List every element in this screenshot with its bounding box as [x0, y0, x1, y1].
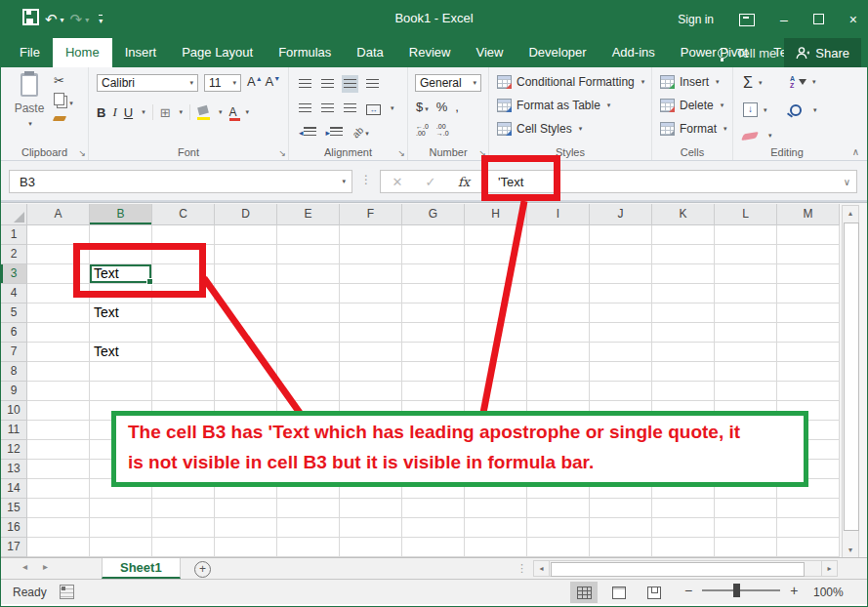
cell-J5[interactable] [590, 304, 652, 323]
font-color-icon[interactable]: A [229, 107, 237, 118]
cell-M2[interactable] [777, 245, 840, 264]
row-header-13[interactable]: 13 [1, 460, 27, 479]
cell-K4[interactable] [652, 284, 715, 304]
cell-F6[interactable] [340, 323, 402, 343]
cell-D3[interactable] [215, 264, 277, 284]
row-header-5[interactable]: 5 [1, 304, 27, 323]
cell-E15[interactable] [277, 499, 340, 518]
horizontal-scroll-thumb[interactable] [551, 562, 805, 577]
enter-icon[interactable]: ✓ [414, 175, 447, 189]
new-sheet-icon[interactable]: + [194, 561, 211, 578]
cell-A8[interactable] [27, 362, 90, 382]
cell-G15[interactable] [402, 499, 465, 518]
cell-I17[interactable] [527, 538, 590, 557]
percent-style-button[interactable]: % [436, 100, 448, 114]
vertical-scroll-thumb[interactable] [844, 223, 859, 531]
cell-B6[interactable] [90, 323, 152, 343]
cell-D16[interactable] [215, 518, 277, 538]
cell-H6[interactable] [465, 323, 527, 343]
shrink-font-button[interactable]: A▼ [266, 74, 281, 89]
cell-C1[interactable] [152, 225, 215, 245]
cell-K1[interactable] [652, 225, 715, 245]
scroll-up-icon[interactable]: ▴ [843, 206, 858, 221]
cell-D2[interactable] [215, 245, 277, 264]
cell-C15[interactable] [152, 499, 215, 518]
vertical-scrollbar[interactable]: ▴ ▾ [842, 205, 859, 558]
cell-E2[interactable] [277, 245, 340, 264]
cell-E3[interactable] [277, 264, 340, 284]
wrap-text-button[interactable] [364, 75, 381, 93]
paste-dropdown-icon[interactable]: ▾ [28, 120, 32, 127]
cell-J4[interactable] [590, 284, 652, 304]
font-size-dropdown-icon[interactable]: ▾ [232, 79, 236, 87]
cell-H17[interactable] [465, 538, 527, 557]
scroll-left-icon[interactable]: ◂ [534, 561, 550, 576]
cell-D8[interactable] [215, 362, 277, 382]
cell-H9[interactable] [465, 382, 527, 401]
cell-E5[interactable] [277, 304, 340, 323]
cell-M4[interactable] [777, 284, 840, 304]
cell-A10[interactable] [27, 401, 90, 421]
cell-J2[interactable] [590, 245, 652, 264]
sheet-nav-arrows-icon[interactable]: ◂▸ [22, 561, 63, 572]
row-header-15[interactable]: 15 [1, 499, 27, 518]
cell-F7[interactable] [340, 343, 402, 362]
cell-M17[interactable] [777, 538, 840, 557]
format-as-table-dropdown-icon[interactable]: ▾ [607, 101, 611, 109]
sheetbar-drag-dots-icon[interactable]: ⋮ [517, 562, 527, 575]
tab-view[interactable]: View [463, 38, 516, 67]
borders-icon[interactable]: ⊞ [160, 105, 171, 120]
sort-filter-button[interactable]: AZ ▾ [790, 75, 816, 89]
grow-font-button[interactable]: A▲ [247, 74, 263, 89]
fill-dropdown-icon[interactable]: ▾ [764, 106, 767, 114]
column-header-J[interactable]: J [590, 204, 652, 225]
cell-B7[interactable]: Text [90, 343, 152, 362]
cell-F15[interactable] [340, 499, 402, 518]
cell-M16[interactable] [777, 518, 840, 538]
column-header-C[interactable]: C [152, 204, 215, 225]
cell-G17[interactable] [402, 538, 465, 557]
cell-L3[interactable] [715, 264, 777, 284]
scroll-down-icon[interactable]: ▾ [843, 543, 858, 557]
page-layout-view-button[interactable] [605, 582, 633, 603]
row-header-6[interactable]: 6 [1, 323, 27, 343]
comma-style-button[interactable]: , [455, 100, 459, 114]
format-dropdown-icon[interactable]: ▾ [723, 125, 727, 133]
cell-G3[interactable] [402, 264, 465, 284]
cell-A13[interactable] [27, 460, 90, 479]
cell-G1[interactable] [402, 225, 465, 245]
minimize-button[interactable]: – [780, 13, 788, 26]
conditional-formatting-dropdown-icon[interactable]: ▾ [641, 78, 645, 86]
column-header-E[interactable]: E [277, 204, 340, 225]
cell-D4[interactable] [215, 284, 277, 304]
italic-button[interactable]: I [112, 104, 116, 120]
cell-G16[interactable] [402, 518, 465, 538]
cell-K7[interactable] [652, 343, 715, 362]
font-color-dropdown-icon[interactable]: ▾ [246, 108, 250, 116]
name-box[interactable]: B3 ▾ [9, 170, 352, 193]
row-header-10[interactable]: 10 [1, 401, 27, 421]
column-header-K[interactable]: K [652, 204, 715, 225]
cell-E17[interactable] [277, 538, 340, 557]
cell-I2[interactable] [527, 245, 590, 264]
borders-dropdown-icon[interactable]: ▾ [180, 108, 184, 116]
row-header-9[interactable]: 9 [1, 382, 27, 401]
delete-button[interactable]: Delete ▾ [660, 99, 723, 112]
cancel-icon[interactable]: ✕ [381, 175, 414, 189]
clear-button[interactable]: ▾ [743, 132, 772, 140]
format-as-table-button[interactable]: Format as Table ▾ [497, 99, 610, 112]
cell-L2[interactable] [715, 245, 777, 264]
cell-E6[interactable] [277, 323, 340, 343]
cell-K9[interactable] [652, 382, 715, 401]
page-break-view-button[interactable] [641, 582, 668, 603]
cell-A11[interactable] [27, 421, 90, 440]
cell-K17[interactable] [652, 538, 715, 557]
accounting-dropdown-icon[interactable]: ▾ [425, 105, 429, 112]
conditional-formatting-button[interactable]: Conditional Formatting ▾ [497, 75, 644, 89]
tell-me-box[interactable]: Tell me [736, 46, 776, 61]
cell-A6[interactable] [27, 323, 90, 343]
cell-C8[interactable] [152, 362, 215, 382]
cell-J8[interactable] [590, 362, 652, 382]
delete-dropdown-icon[interactable]: ▾ [721, 101, 724, 109]
cell-A17[interactable] [27, 538, 90, 557]
